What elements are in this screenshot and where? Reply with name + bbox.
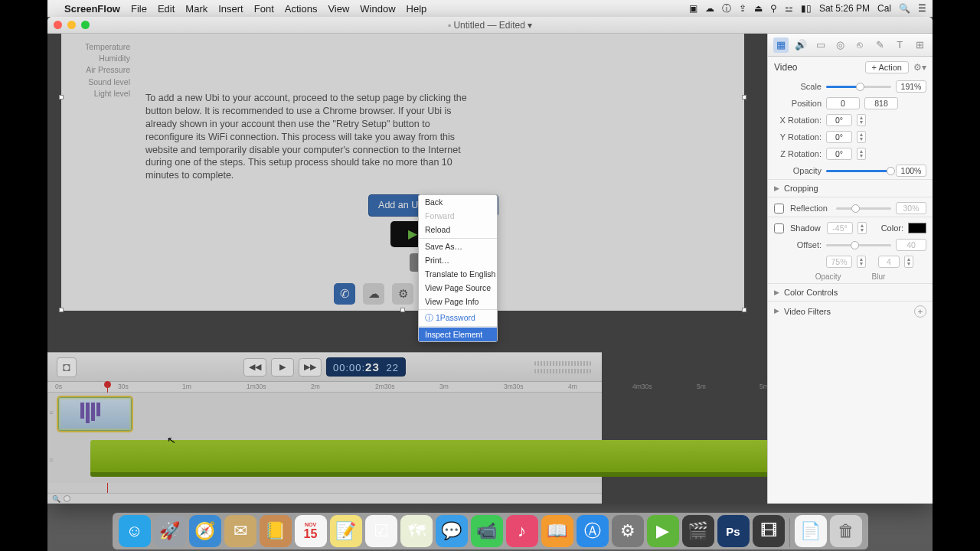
- dock-safari[interactable]: 🧭: [189, 515, 221, 547]
- dock-ibooks[interactable]: 📖: [541, 515, 573, 547]
- menu-file[interactable]: File: [131, 3, 147, 15]
- menu-extra-icon[interactable]: ⇪: [739, 3, 746, 14]
- menu-font[interactable]: Font: [254, 3, 274, 15]
- tab-touch[interactable]: ⎋: [852, 37, 867, 53]
- titlebar[interactable]: ▪ Untitled — Edited ▾: [47, 17, 933, 34]
- video-clip[interactable]: [58, 397, 132, 431]
- menu-mark[interactable]: Mark: [185, 3, 207, 15]
- inspector-gear-icon[interactable]: ⚙▾: [913, 62, 926, 73]
- timeline-ruler[interactable]: 0s 30s 1m 1m30s 2m 2m30s 3m 3m30s 4m 4m3…: [47, 382, 602, 393]
- menu-view[interactable]: View: [328, 3, 349, 15]
- dock-notes[interactable]: 📝: [330, 515, 362, 547]
- scale-slider[interactable]: [826, 86, 891, 88]
- play-button[interactable]: ▶: [271, 358, 294, 377]
- add-filter-button[interactable]: +: [914, 305, 926, 318]
- user-menu[interactable]: Cal: [877, 3, 891, 14]
- dock-maps[interactable]: 🗺: [400, 515, 433, 547]
- step-back-button[interactable]: ◀◀: [243, 358, 266, 377]
- clock[interactable]: Sat 5:26 PM: [819, 3, 870, 14]
- xrot-value[interactable]: 0°: [826, 114, 852, 126]
- dock-finalcut[interactable]: 🎬: [682, 515, 714, 547]
- dock-appstore[interactable]: Ⓐ: [577, 515, 609, 547]
- menu-extra-icon[interactable]: ▣: [689, 3, 697, 14]
- reflection-checkbox[interactable]: [774, 204, 784, 214]
- dock-itunes[interactable]: ♪: [506, 515, 538, 547]
- bluetooth-icon[interactable]: ⚲: [770, 3, 777, 14]
- zrot-stepper[interactable]: ▲▼: [857, 148, 866, 160]
- shadow-opacity-stepper[interactable]: ▲▼: [857, 256, 866, 268]
- menu-actions[interactable]: Actions: [285, 3, 318, 15]
- tab-screen[interactable]: ▭: [813, 37, 828, 53]
- selection-handle[interactable]: [59, 308, 64, 312]
- timeline-tracks[interactable]: ≡ ≡ ↖: [47, 393, 602, 483]
- tab-annotate[interactable]: ✎: [872, 37, 887, 53]
- tab-audio[interactable]: 🔊: [793, 37, 808, 53]
- yrot-stepper[interactable]: ▲▼: [857, 131, 866, 143]
- dock-settings[interactable]: ⚙: [612, 515, 644, 547]
- audio-clip[interactable]: [90, 440, 767, 477]
- menu-insert[interactable]: Insert: [218, 3, 243, 15]
- canvas-clip[interactable]: Temperature Humidity Air Pressure Sound …: [61, 34, 744, 311]
- yrot-value[interactable]: 0°: [826, 131, 852, 143]
- shadow-blur-value[interactable]: 4: [878, 256, 900, 268]
- cropping-section[interactable]: ▶Cropping: [768, 179, 933, 197]
- selection-handle[interactable]: [742, 308, 746, 312]
- menu-extra-icon[interactable]: ⏏: [754, 3, 763, 14]
- dock-finder[interactable]: ☺: [119, 515, 151, 547]
- selection-handle[interactable]: [400, 308, 405, 312]
- menu-edit[interactable]: Edit: [158, 3, 175, 15]
- selection-handle[interactable]: [742, 95, 746, 99]
- menu-extra-icon[interactable]: ☁: [705, 3, 714, 14]
- shadow-blur-stepper[interactable]: ▲▼: [904, 256, 913, 268]
- dock-trash[interactable]: 🗑: [830, 515, 862, 547]
- track-handle[interactable]: ≡: [47, 405, 55, 420]
- menu-window[interactable]: Window: [360, 3, 395, 15]
- app-name[interactable]: ScreenFlow: [64, 3, 120, 15]
- dock-photoshop[interactable]: Ps: [717, 515, 750, 547]
- video-filters-section[interactable]: ▶Video Filters +: [768, 301, 933, 321]
- opacity-slider[interactable]: [826, 170, 891, 172]
- dock-mail[interactable]: ✉: [224, 515, 256, 547]
- dock-reminders[interactable]: ☑: [365, 515, 397, 547]
- menu-help[interactable]: Help: [407, 3, 427, 15]
- track-handle[interactable]: ≡: [47, 452, 55, 468]
- position-y[interactable]: 818: [864, 97, 898, 109]
- step-forward-button[interactable]: ▶▶: [299, 358, 322, 377]
- dock-screenflow[interactable]: 🎞: [753, 515, 785, 547]
- menu-extra-icon[interactable]: ⓘ: [722, 2, 731, 15]
- selection-handle[interactable]: [59, 95, 64, 99]
- shadow-opacity-value[interactable]: 75%: [826, 256, 852, 268]
- shadow-checkbox[interactable]: [774, 223, 784, 233]
- zrot-value[interactable]: 0°: [826, 148, 852, 160]
- dock-feedly[interactable]: ▶: [647, 515, 679, 547]
- tab-video[interactable]: ▦: [773, 37, 789, 53]
- dock-calendar[interactable]: NOV15: [295, 515, 327, 547]
- battery-icon[interactable]: ▮▯: [801, 3, 812, 14]
- shadow-angle[interactable]: -45°: [827, 222, 853, 234]
- tab-callout[interactable]: ◎: [833, 37, 848, 53]
- spotlight-icon[interactable]: 🔍: [899, 3, 910, 14]
- dock-contacts[interactable]: 📒: [260, 515, 292, 547]
- wifi-icon[interactable]: ⚍: [785, 3, 793, 14]
- tab-text[interactable]: T: [892, 37, 907, 53]
- canvas-area[interactable]: Temperature Humidity Air Pressure Sound …: [47, 34, 767, 504]
- opacity-value[interactable]: 100%: [896, 165, 926, 177]
- dock-facetime[interactable]: 📹: [471, 515, 503, 547]
- reflection-slider[interactable]: [836, 207, 891, 210]
- shadow-color-swatch[interactable]: [908, 223, 926, 233]
- crop-button[interactable]: ◘: [57, 357, 77, 377]
- dock-messages[interactable]: 💬: [436, 515, 468, 547]
- add-action-button[interactable]: + Action: [865, 61, 909, 73]
- position-x[interactable]: 0: [826, 97, 860, 109]
- dock-launchpad[interactable]: 🚀: [154, 515, 186, 547]
- offset-slider[interactable]: [826, 244, 891, 246]
- search-icon[interactable]: 🔍: [52, 495, 60, 503]
- notification-center-icon[interactable]: ☰: [918, 3, 926, 14]
- shadow-stepper[interactable]: ▲▼: [858, 222, 867, 234]
- dock-document[interactable]: 📄: [795, 515, 827, 547]
- tab-media[interactable]: ⊞: [912, 37, 927, 53]
- xrot-stepper[interactable]: ▲▼: [857, 114, 866, 126]
- scale-value[interactable]: 191%: [896, 80, 926, 93]
- color-controls-section[interactable]: ▶Color Controls: [768, 283, 933, 301]
- zoom-slider-knob[interactable]: [64, 495, 70, 502]
